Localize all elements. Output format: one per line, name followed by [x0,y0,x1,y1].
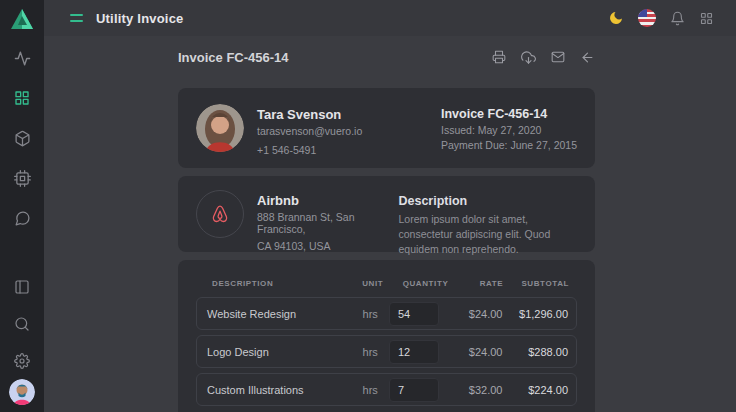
item-rate: $24.00 [448,308,503,320]
sidebar [0,0,44,412]
item-unit: hrs [363,346,389,358]
download-button[interactable] [521,50,536,65]
user-avatar-illustration [9,379,35,405]
item-subtotal: $288.00 [502,346,568,358]
sidebar-item-dashboards[interactable] [0,78,44,118]
item-subtotal: $1,296.00 [502,308,568,320]
item-description: Logo Design [207,346,363,358]
gear-icon [14,353,30,369]
table-row: Website Redesign hrs $24.00 $1,296.00 [196,297,577,330]
item-unit: hrs [363,308,389,320]
search-icon [14,316,30,332]
printer-icon [492,50,506,64]
invoice-meta-block: Invoice FC-456-14 Issued: May 27, 2020 P… [441,104,577,152]
company-description-card: Airbnb 888 Brannan St, San Francisco, CA… [178,176,595,252]
client-phone: +1 546-5491 [257,144,362,156]
logo-triangle-icon [10,8,34,30]
invoice-parties-card: Tara Svenson tarasvenson@vuero.io +1 546… [178,88,595,168]
item-subtotal: $224.00 [502,384,568,396]
notifications-button[interactable] [670,11,685,26]
bell-icon [670,11,685,26]
app-logo[interactable] [10,0,34,38]
user-avatar[interactable] [9,379,35,405]
item-description: Website Redesign [207,308,363,320]
item-rate: $32.00 [448,384,503,396]
sidebar-item-panels[interactable] [0,268,44,305]
dark-mode-toggle[interactable] [608,10,624,26]
apps-menu-button[interactable] [699,11,714,26]
header-description: Description [206,279,362,288]
line-items-card: Description Unit Quantity Rate Subtotal … [178,260,595,412]
company-name: Airbnb [257,193,398,208]
invoice-issued-date: Issued: May 27, 2020 [441,124,577,136]
moon-icon [608,10,624,26]
company-block: Airbnb 888 Brannan St, San Francisco, CA… [196,190,398,238]
print-button[interactable] [492,50,506,64]
us-flag-icon[interactable] [638,9,656,27]
sidebar-item-activity[interactable] [0,38,44,78]
client-email: tarasvenson@vuero.io [257,125,362,137]
grid-icon [14,90,30,106]
invoice-number: Invoice FC-456-14 [441,107,577,121]
sidebar-item-elements[interactable] [0,158,44,198]
header-unit: Unit [362,279,389,288]
sidebar-item-search[interactable] [0,305,44,342]
client-avatar [196,104,244,152]
back-button[interactable] [580,50,595,65]
description-body: Lorem ipsum dolor sit amet, consectetur … [398,212,577,258]
client-name: Tara Svenson [257,107,362,122]
sidebar-item-components[interactable] [0,118,44,158]
invoice-toolbar: Invoice FC-456-14 [178,42,595,72]
item-unit: hrs [363,384,389,396]
sidebar-item-settings[interactable] [0,342,44,379]
top-navbar: Utility Invoice [44,0,736,36]
item-description: Custom Illustrations [207,384,363,396]
table-row: Custom Illustrations hrs $32.00 $224.00 [196,373,577,406]
sidebar-item-messages[interactable] [0,198,44,238]
navbar-actions [608,9,714,27]
cloud-download-icon [521,50,536,65]
menu-toggle-button[interactable] [70,14,83,22]
airbnb-logo-icon [207,201,233,227]
cpu-icon [14,170,31,187]
send-mail-button[interactable] [551,50,565,64]
panels-icon [14,279,30,295]
chat-icon [14,210,31,227]
mail-icon [551,50,565,64]
company-address-line2: CA 94103, USA [257,240,398,252]
table-row: Logo Design hrs $24.00 $288.00 [196,335,577,368]
description-title: Description [398,194,577,208]
invoice-title: Invoice FC-456-14 [178,50,289,65]
apps-grid-icon [699,11,714,26]
main-content: Invoice FC-456-14 [44,36,736,412]
quantity-input[interactable] [389,302,439,326]
description-block: Description Lorem ipsum dolor sit amet, … [398,190,577,238]
quantity-input[interactable] [389,378,439,402]
header-rate: Rate [448,279,503,288]
company-address-line1: 888 Brannan St, San Francisco, [257,211,398,235]
page-title: Utility Invoice [96,11,184,26]
company-logo-circle [196,190,244,238]
item-rate: $24.00 [448,346,503,358]
box-icon [14,130,31,147]
client-block: Tara Svenson tarasvenson@vuero.io +1 546… [196,104,362,152]
quantity-input[interactable] [389,340,439,364]
arrow-left-icon [580,50,595,65]
invoice-actions [492,50,595,65]
header-subtotal: Subtotal [503,279,569,288]
activity-icon [14,50,31,67]
table-header-row: Description Unit Quantity Rate Subtotal [196,272,577,294]
header-quantity: Quantity [389,279,449,288]
invoice-due-date: Payment Due: June 27, 2015 [441,139,577,151]
